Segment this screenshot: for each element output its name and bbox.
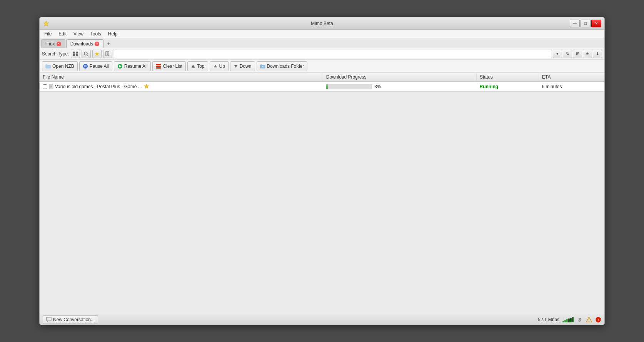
svg-marker-31: [144, 84, 149, 89]
col-filename: File Name: [40, 73, 323, 82]
menu-help[interactable]: Help: [105, 30, 121, 37]
downloads-folder-label: Downloads Folder: [267, 64, 304, 69]
resume-all-button[interactable]: Resume All: [114, 61, 151, 71]
search-refresh-button[interactable]: ↻: [563, 50, 572, 58]
search-right-buttons: ▾ ↻ ⊞ ★ ⬇: [553, 50, 602, 58]
status-right: 52.1 Mbps: [538, 317, 601, 323]
table-row[interactable]: Various old games - Postal Plus - Game .…: [40, 82, 604, 92]
speed-text: 52.1 Mbps: [538, 317, 559, 322]
tab-downloads-close[interactable]: ✕: [95, 42, 99, 46]
svg-marker-24: [234, 65, 237, 68]
star-icon: [94, 51, 100, 57]
clear-list-button[interactable]: Clear List: [152, 61, 186, 71]
magnify-icon: [83, 51, 89, 57]
down-label: Down: [240, 64, 252, 69]
svg-point-37: [589, 321, 589, 322]
down-button[interactable]: Down: [230, 61, 255, 71]
menu-edit[interactable]: Edit: [55, 30, 70, 37]
conversation-icon: [46, 317, 52, 322]
main-window: Mimo Beta — □ ✕ File Edit View Tools Hel…: [39, 17, 605, 325]
window-title: Mimo Beta: [311, 21, 333, 26]
col-status: Status: [477, 73, 539, 82]
tab-downloads[interactable]: Downloads ✕: [66, 39, 103, 48]
minimize-button[interactable]: —: [570, 20, 580, 27]
new-conversation-button[interactable]: New Conversation...: [43, 315, 98, 324]
search-dropdown-button[interactable]: ▾: [553, 50, 562, 58]
top-button[interactable]: Top: [187, 61, 208, 71]
link-icon: [577, 317, 583, 323]
speed-seg-2: [564, 320, 566, 322]
svg-text:!: !: [598, 318, 599, 322]
svg-marker-8: [95, 52, 99, 56]
shield-icon: !: [595, 317, 601, 323]
alert-icon: [586, 317, 592, 323]
pause-all-button[interactable]: Pause All: [79, 61, 112, 71]
doc-icon: [105, 51, 110, 57]
svg-rect-2: [73, 52, 75, 54]
col-progress: Download Progress: [323, 73, 476, 82]
tab-linux-close[interactable]: ✕: [57, 42, 61, 46]
resume-all-label: Resume All: [124, 64, 148, 69]
tab-bar: linux ✕ Downloads ✕ +: [40, 38, 604, 48]
downloads-folder-button[interactable]: Downloads Folder: [257, 61, 308, 71]
search-input-container[interactable]: [114, 50, 552, 58]
table-header-row: File Name Download Progress Status ETA: [40, 73, 604, 82]
search-input[interactable]: [114, 51, 551, 57]
menu-view[interactable]: View: [70, 30, 87, 37]
downloads-table: File Name Download Progress Status ETA: [40, 73, 604, 92]
close-button[interactable]: ✕: [591, 20, 601, 27]
menu-bar: File Edit View Tools Help: [40, 30, 604, 38]
pause-icon: [83, 64, 88, 69]
progress-percent: 3%: [374, 84, 381, 89]
search-grid-view-button[interactable]: ⊞: [573, 50, 582, 58]
file-star-icon: [143, 84, 150, 90]
file-checkbox[interactable]: [43, 84, 47, 89]
search-bar: Search Type:: [40, 48, 604, 60]
svg-rect-4: [73, 54, 75, 56]
tab-linux[interactable]: linux ✕: [41, 39, 65, 48]
table-container: File Name Download Progress Status ETA: [40, 73, 604, 314]
search-type-star-button[interactable]: [92, 50, 102, 58]
up-button[interactable]: Up: [210, 61, 229, 71]
clear-icon: [156, 64, 161, 69]
up-label: Up: [219, 64, 225, 69]
svg-marker-23: [214, 65, 217, 67]
svg-rect-19: [156, 65, 161, 67]
speed-seg-5: [570, 318, 572, 322]
resume-icon: [117, 64, 123, 69]
tab-downloads-label: Downloads: [70, 41, 93, 47]
add-tab-button[interactable]: +: [104, 39, 113, 48]
title-bar-left: [43, 20, 50, 27]
open-nzb-button[interactable]: Open NZB: [42, 61, 78, 71]
speed-seg-1: [562, 321, 564, 322]
toolbar: Open NZB Pause All Resume All Clear Li: [40, 60, 604, 73]
search-type-grid-button[interactable]: [71, 50, 80, 58]
status-text: Running: [480, 84, 499, 89]
svg-rect-3: [76, 52, 78, 54]
up-icon: [213, 64, 218, 69]
status-bar: New Conversation... 52.1 Mbps: [40, 314, 604, 325]
search-type-doc-button[interactable]: [103, 50, 112, 58]
menu-tools[interactable]: Tools: [87, 30, 104, 37]
search-star-button[interactable]: ★: [583, 50, 592, 58]
svg-rect-18: [156, 64, 161, 65]
svg-rect-20: [156, 67, 161, 69]
search-download-button[interactable]: ⬇: [593, 50, 602, 58]
eta-text: 6 minutes: [542, 84, 562, 89]
svg-rect-15: [85, 65, 86, 67]
top-label: Top: [197, 64, 204, 69]
pause-all-label: Pause All: [90, 64, 109, 69]
app-icon: [43, 20, 50, 27]
search-type-label: Search Type:: [42, 51, 69, 57]
menu-file[interactable]: File: [41, 30, 55, 37]
search-type-magnify-button[interactable]: [82, 50, 91, 58]
speed-bar-container: [562, 317, 574, 322]
svg-point-6: [84, 52, 87, 55]
maximize-button[interactable]: □: [581, 20, 591, 27]
svg-rect-32: [47, 317, 51, 321]
svg-point-13: [83, 64, 88, 69]
speed-seg-4: [568, 319, 570, 322]
speed-seg-3: [566, 319, 568, 322]
grid-icon: [73, 51, 78, 57]
status-cell: Running: [477, 82, 539, 92]
